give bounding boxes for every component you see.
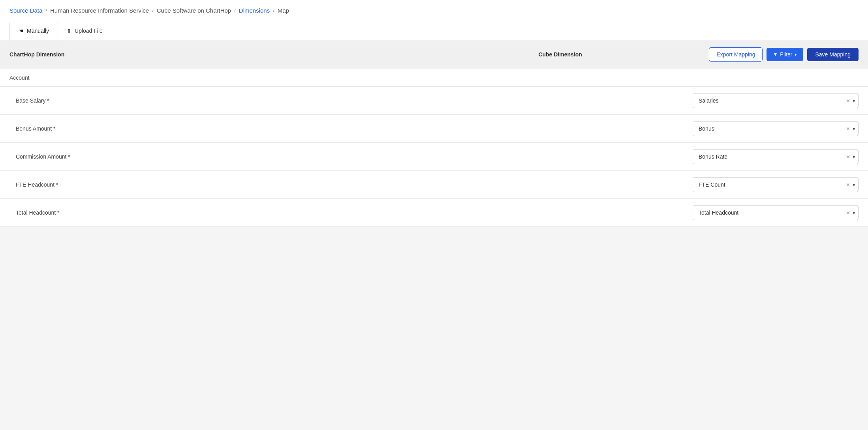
row-label-base-salary: Base Salary * xyxy=(16,97,693,104)
breadcrumb-source-data[interactable]: Source Data xyxy=(9,7,42,14)
breadcrumb: Source Data / Human Resource Information… xyxy=(0,0,868,21)
select-clear-bonus-amount[interactable]: ✕ xyxy=(846,126,850,131)
row-select-wrap-bonus-amount: Bonus ✕ ▾ xyxy=(693,121,859,136)
filter-icon: ▼ xyxy=(773,52,778,57)
tab-manually-label: Manually xyxy=(27,28,49,34)
row-select-base-salary[interactable]: Salaries xyxy=(693,93,859,108)
row-label-commission-amount: Commission Amount * xyxy=(16,153,693,160)
select-chevron-commission-amount[interactable]: ▾ xyxy=(853,154,855,160)
row-select-total-headcount[interactable]: Total Headcount xyxy=(693,205,859,220)
breadcrumb-hris: Human Resource Information Service xyxy=(50,7,149,14)
row-select-fte-headcount[interactable]: FTE Count xyxy=(693,177,859,192)
header-actions: Export Mapping ▼ Filter ▾ Save Mapping xyxy=(709,47,859,62)
col-charthop-header: ChartHop Dimension xyxy=(9,51,534,58)
row-select-wrap-total-headcount: Total Headcount ✕ ▾ xyxy=(693,205,859,220)
select-clear-total-headcount[interactable]: ✕ xyxy=(846,210,850,215)
row-select-commission-amount[interactable]: Bonus Rate xyxy=(693,149,859,164)
select-chevron-total-headcount[interactable]: ▾ xyxy=(853,210,855,216)
breadcrumb-dimensions[interactable]: Dimensions xyxy=(239,7,270,14)
chevron-down-icon: ▾ xyxy=(795,52,797,57)
breadcrumb-sep-2: / xyxy=(152,7,154,13)
upload-icon: ⬆ xyxy=(67,28,71,34)
breadcrumb-sep-4: / xyxy=(273,7,274,13)
table-row: Base Salary * Salaries ✕ ▾ xyxy=(0,87,868,115)
row-select-wrap-fte-headcount: FTE Count ✕ ▾ xyxy=(693,177,859,192)
select-clear-fte-headcount[interactable]: ✕ xyxy=(846,182,850,187)
row-label-fte-headcount: FTE Headcount * xyxy=(16,181,693,188)
table-row: FTE Headcount * FTE Count ✕ ▾ xyxy=(0,171,868,199)
select-chevron-bonus-amount[interactable]: ▾ xyxy=(853,126,855,132)
table-row: Bonus Amount * Bonus ✕ ▾ xyxy=(0,115,868,143)
tab-manually[interactable]: ☚ Manually xyxy=(9,22,58,40)
row-label-bonus-amount: Bonus Amount * xyxy=(16,125,693,132)
filter-button[interactable]: ▼ Filter ▾ xyxy=(767,48,803,61)
tab-upload-file[interactable]: ⬆ Upload File xyxy=(58,22,111,40)
breadcrumb-sep-3: / xyxy=(234,7,236,13)
breadcrumb-cube: Cube Software on ChartHop xyxy=(157,7,231,14)
row-select-wrap-base-salary: Salaries ✕ ▾ xyxy=(693,93,859,108)
row-label-total-headcount: Total Headcount * xyxy=(16,209,693,216)
col-cube-header: Cube Dimension xyxy=(538,51,704,58)
table-header: ChartHop Dimension Cube Dimension Export… xyxy=(0,40,868,69)
main-content: ChartHop Dimension Cube Dimension Export… xyxy=(0,40,868,227)
tab-bar: ☚ Manually ⬆ Upload File xyxy=(0,21,868,40)
tab-upload-label: Upload File xyxy=(75,28,103,34)
select-chevron-fte-headcount[interactable]: ▾ xyxy=(853,182,855,188)
save-mapping-button[interactable]: Save Mapping xyxy=(807,48,859,61)
section-account: Account xyxy=(0,69,868,87)
filter-button-label: Filter xyxy=(780,51,792,58)
export-mapping-button[interactable]: Export Mapping xyxy=(709,47,763,62)
hand-icon: ☚ xyxy=(19,28,24,34)
select-chevron-base-salary[interactable]: ▾ xyxy=(853,98,855,104)
breadcrumb-sep-1: / xyxy=(45,7,47,13)
row-select-wrap-commission-amount: Bonus Rate ✕ ▾ xyxy=(693,149,859,164)
table-row: Total Headcount * Total Headcount ✕ ▾ xyxy=(0,199,868,227)
select-clear-commission-amount[interactable]: ✕ xyxy=(846,154,850,159)
row-select-bonus-amount[interactable]: Bonus xyxy=(693,121,859,136)
table-row: Commission Amount * Bonus Rate ✕ ▾ xyxy=(0,143,868,171)
select-clear-base-salary[interactable]: ✕ xyxy=(846,98,850,103)
breadcrumb-map: Map xyxy=(278,7,289,14)
